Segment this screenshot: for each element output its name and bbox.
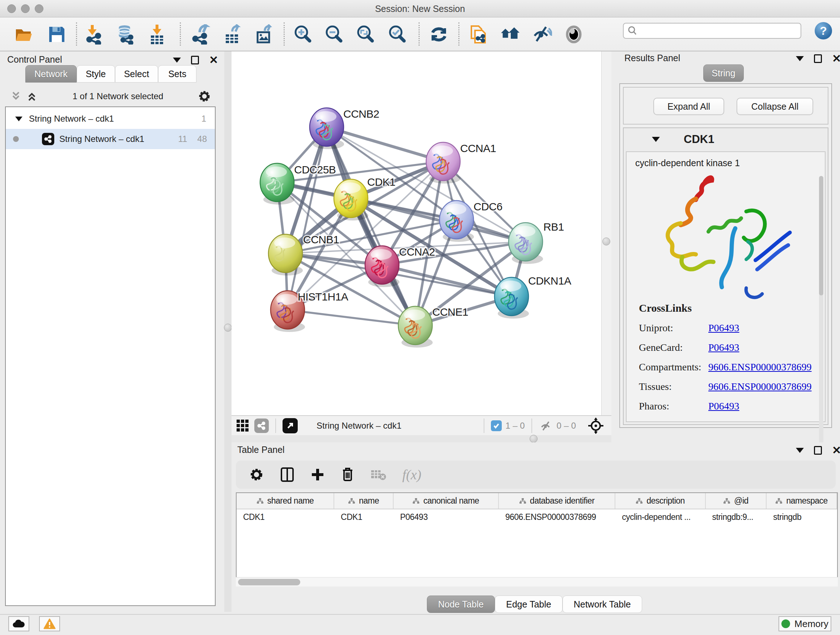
column-header-shared-name[interactable]: shared name bbox=[237, 493, 334, 509]
import-table-button[interactable] bbox=[147, 25, 167, 44]
gene-header[interactable]: CDK1 bbox=[624, 128, 828, 150]
node-CCNA1[interactable] bbox=[426, 142, 461, 184]
expand-all-icon[interactable] bbox=[26, 91, 38, 102]
edge-CCNB2-CCNA1[interactable] bbox=[327, 127, 443, 162]
fit-selected-icon[interactable] bbox=[587, 417, 604, 434]
close-panel-icon[interactable]: ✕ bbox=[832, 54, 840, 63]
node-CDC25B[interactable] bbox=[260, 163, 294, 204]
refresh-button[interactable] bbox=[429, 25, 448, 44]
left-splitter-grip[interactable] bbox=[224, 324, 232, 332]
zoom-in-button[interactable] bbox=[293, 25, 313, 44]
node-CCNE1[interactable] bbox=[398, 306, 433, 348]
table-cell[interactable]: stringdb:9... bbox=[706, 509, 767, 525]
node-CCNA2[interactable] bbox=[365, 246, 399, 287]
export-image-button[interactable] bbox=[255, 25, 274, 44]
node-table[interactable]: shared namenamecanonical namedatabase id… bbox=[236, 492, 838, 584]
tab-string[interactable]: String bbox=[703, 65, 744, 82]
tab-network[interactable]: Network bbox=[25, 65, 77, 82]
grid-view-icon[interactable] bbox=[237, 420, 248, 432]
right-splitter-grip[interactable] bbox=[602, 238, 610, 245]
float-panel-icon[interactable] bbox=[814, 54, 822, 63]
collapse-all-button[interactable]: Collapse All bbox=[737, 98, 813, 115]
table-cell[interactable]: CDK1 bbox=[334, 509, 393, 525]
detach-view-icon[interactable] bbox=[283, 418, 298, 433]
tree-expander-icon[interactable] bbox=[15, 117, 22, 121]
table-hscrollbar[interactable] bbox=[236, 577, 838, 586]
table-cell[interactable]: stringdb bbox=[767, 509, 837, 525]
tab-select[interactable]: Select bbox=[115, 65, 158, 82]
expand-all-button[interactable]: Expand All bbox=[653, 98, 724, 115]
export-network-button[interactable] bbox=[191, 25, 210, 44]
float-panel-icon[interactable] bbox=[191, 56, 199, 65]
results-scrollbar[interactable] bbox=[819, 176, 823, 445]
warning-button[interactable] bbox=[39, 616, 60, 631]
table-cell[interactable]: 9606.ENSP00000378699 bbox=[499, 509, 616, 525]
tab-network-table[interactable]: Network Table bbox=[562, 595, 642, 613]
column-header-database-identifier[interactable]: database identifier bbox=[499, 493, 616, 509]
collapse-all-icon[interactable] bbox=[10, 91, 22, 102]
import-database-button[interactable] bbox=[115, 25, 135, 44]
home-button[interactable] bbox=[501, 25, 520, 44]
node-CCNB2[interactable] bbox=[309, 108, 344, 149]
network-row[interactable]: String Network – cdk1 11 48 bbox=[6, 129, 215, 149]
close-panel-icon[interactable]: ✕ bbox=[209, 56, 218, 65]
hide-unhide-button[interactable] bbox=[532, 25, 552, 44]
search-box[interactable] bbox=[623, 23, 801, 39]
tab-edge-table[interactable]: Edge Table bbox=[495, 595, 562, 613]
table-cell[interactable]: P06493 bbox=[393, 509, 499, 525]
table-gear-icon[interactable] bbox=[249, 467, 264, 482]
collapse-section-icon[interactable] bbox=[652, 137, 660, 142]
bottom-splitter-grip[interactable] bbox=[530, 435, 538, 443]
column-header-description[interactable]: description bbox=[615, 493, 706, 509]
copy-document-button[interactable] bbox=[469, 25, 488, 44]
node-CCNB1[interactable] bbox=[268, 234, 303, 276]
table-hscroll-thumb[interactable] bbox=[238, 579, 300, 585]
node-CDK1[interactable] bbox=[334, 179, 368, 220]
export-table-button[interactable] bbox=[223, 25, 242, 44]
column-header-canonical-name[interactable]: canonical name bbox=[393, 493, 499, 509]
panel-menu-icon[interactable] bbox=[796, 56, 804, 61]
crosslink-link[interactable]: 9606.ENSP00000378699 bbox=[708, 361, 812, 373]
memory-button[interactable]: Memory bbox=[778, 616, 831, 631]
import-network-button[interactable] bbox=[84, 25, 104, 44]
close-panel-icon[interactable]: ✕ bbox=[832, 446, 840, 455]
node-CDKN1A[interactable] bbox=[494, 277, 529, 318]
column-header-name[interactable]: name bbox=[334, 493, 393, 509]
gear-icon[interactable] bbox=[197, 89, 211, 103]
node-RB1[interactable] bbox=[508, 223, 543, 264]
help-button[interactable]: ? bbox=[815, 22, 832, 40]
network-badge-icon[interactable] bbox=[254, 418, 269, 433]
crosslink-link[interactable]: P06493 bbox=[708, 322, 739, 334]
preview-orb-button[interactable] bbox=[564, 25, 584, 44]
columns-icon[interactable] bbox=[280, 467, 294, 483]
table-cell[interactable]: CDK1 bbox=[237, 509, 334, 525]
tab-node-table[interactable]: Node Table bbox=[427, 595, 495, 613]
column-header--id[interactable]: @id bbox=[706, 493, 767, 509]
network-canvas[interactable]: CCNB2CCNA1CDC25BCDK1CDC6RB1CCNB1CCNA2CDK… bbox=[232, 51, 601, 415]
crosslink-link[interactable]: P06493 bbox=[708, 401, 739, 412]
selected-checkbox[interactable] bbox=[491, 420, 502, 431]
delete-column-icon[interactable] bbox=[341, 467, 355, 483]
zoom-selected-button[interactable] bbox=[387, 25, 407, 44]
edge-HIST1H1A-CCNE1[interactable] bbox=[287, 310, 415, 325]
cloud-status-button[interactable] bbox=[8, 616, 29, 631]
zoom-out-button[interactable] bbox=[324, 25, 344, 44]
column-header-namespace[interactable]: namespace bbox=[767, 493, 837, 509]
add-column-icon[interactable] bbox=[310, 467, 325, 482]
left-splitter[interactable] bbox=[224, 51, 232, 612]
network-collection-row[interactable]: String Network – cdk1 1 bbox=[6, 109, 215, 129]
save-session-button[interactable] bbox=[47, 25, 66, 44]
node-CDC6[interactable] bbox=[439, 201, 474, 242]
search-input[interactable] bbox=[638, 26, 793, 35]
panel-menu-icon[interactable] bbox=[173, 57, 181, 63]
panel-menu-icon[interactable] bbox=[796, 448, 804, 453]
crosslink-link[interactable]: P06493 bbox=[708, 342, 739, 353]
table-row[interactable]: CDK1CDK1P064939606.ENSP00000378699cyclin… bbox=[237, 509, 837, 525]
float-panel-icon[interactable] bbox=[814, 446, 822, 455]
tab-style[interactable]: Style bbox=[77, 65, 115, 82]
crosslink-link[interactable]: 9606.ENSP00000378699 bbox=[708, 381, 812, 393]
tab-sets[interactable]: Sets bbox=[158, 65, 196, 82]
table-cell[interactable]: cyclin-dependent ... bbox=[615, 509, 706, 525]
open-session-button[interactable] bbox=[14, 25, 34, 44]
zoom-fit-button[interactable] bbox=[355, 25, 375, 44]
